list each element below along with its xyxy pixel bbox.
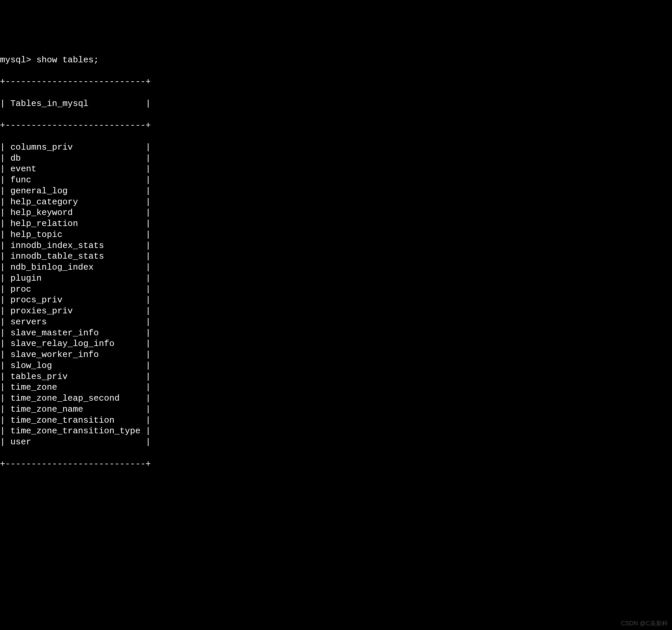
table-row: | procs_priv | bbox=[0, 295, 672, 306]
table-row: | columns_priv | bbox=[0, 142, 672, 153]
table-row: | innodb_table_stats | bbox=[0, 251, 672, 262]
table-row: | slave_master_info | bbox=[0, 328, 672, 339]
table-row: | time_zone | bbox=[0, 382, 672, 393]
table-row: | general_log | bbox=[0, 186, 672, 197]
table-header-row: | Tables_in_mysql | bbox=[0, 98, 672, 109]
table-border-top: +---------------------------+ bbox=[0, 76, 672, 87]
table-border-mid: +---------------------------+ bbox=[0, 120, 672, 131]
table-row: | time_zone_leap_second | bbox=[0, 393, 672, 404]
table-row: | help_keyword | bbox=[0, 207, 672, 218]
table-row: | help_relation | bbox=[0, 218, 672, 229]
table-row: | plugin | bbox=[0, 273, 672, 284]
table-row: | tables_priv | bbox=[0, 371, 672, 382]
table-border-bottom: +---------------------------+ bbox=[0, 459, 672, 470]
table-row: | innodb_index_stats | bbox=[0, 240, 672, 251]
command-line[interactable]: mysql> show tables; bbox=[0, 55, 672, 66]
table-row: | time_zone_transition_type | bbox=[0, 426, 672, 437]
table-row: | servers | bbox=[0, 317, 672, 328]
table-body: | columns_priv || db || event || func ||… bbox=[0, 142, 672, 448]
table-row: | slow_log | bbox=[0, 360, 672, 371]
watermark-text: CSDN @C吴新科 bbox=[621, 620, 668, 627]
table-row: | func | bbox=[0, 175, 672, 186]
table-row: | slave_relay_log_info | bbox=[0, 338, 672, 349]
table-row: | event | bbox=[0, 164, 672, 175]
table-row: | ndb_binlog_index | bbox=[0, 262, 672, 273]
sql-command: show tables; bbox=[36, 55, 99, 65]
table-row: | help_topic | bbox=[0, 229, 672, 240]
table-row: | time_zone_transition | bbox=[0, 415, 672, 426]
table-row: | proxies_priv | bbox=[0, 306, 672, 317]
table-row: | user | bbox=[0, 437, 672, 448]
mysql-terminal-output: mysql> show tables; +-------------------… bbox=[0, 44, 672, 480]
table-row: | help_category | bbox=[0, 197, 672, 208]
mysql-prompt: mysql> bbox=[0, 55, 36, 65]
table-row: | proc | bbox=[0, 284, 672, 295]
table-row: | time_zone_name | bbox=[0, 404, 672, 415]
table-row: | slave_worker_info | bbox=[0, 349, 672, 360]
table-row: | db | bbox=[0, 153, 672, 164]
